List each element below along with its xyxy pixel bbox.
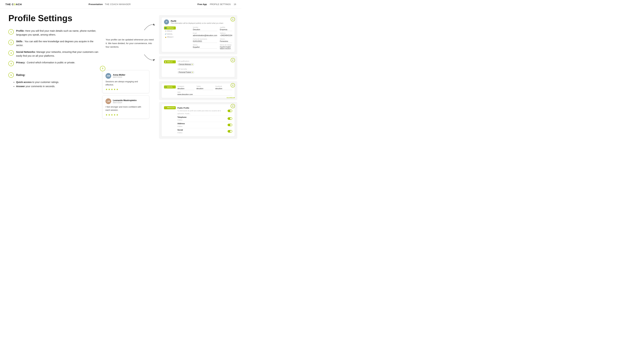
section-text-4: Privacy : Control which information is p…: [16, 61, 75, 64]
rating-section: 5 Rating: Quick access to your customer …: [8, 72, 99, 88]
stars-anna: ★ ★ ★ ★ ★: [106, 88, 146, 91]
page-number: 16: [234, 3, 236, 5]
profile-title-area: Perfil This information will be displaye…: [171, 20, 224, 24]
profile-panel: 1 P Perfil This information will be disp…: [159, 15, 237, 54]
field-fecha: Fecha de Nacimiento 01/01/2021: [193, 38, 217, 43]
skills-panel: 2 📋 SKILLS Add qualifications Cie: [159, 56, 237, 79]
page-title: Profile Settings: [8, 13, 99, 23]
rating-title: 5 Rating:: [8, 72, 99, 78]
section-item-1: 1 Profile: Here you will find your main …: [8, 29, 99, 36]
privacy-social-label: Social Público: [178, 129, 183, 134]
privacy-panel: 4 🔒 PRIVACITY: [159, 102, 237, 139]
svg-marker-0: [153, 23, 155, 25]
logo: THE COACH: [5, 3, 22, 6]
privacy-row-telephone: Telephone Público: [178, 115, 232, 122]
toggle-telephone[interactable]: [228, 117, 232, 120]
badge-1: 1: [8, 29, 14, 34]
profile-nav-privacy[interactable]: 🔒 PRIVACY: [164, 35, 176, 38]
privacy-public-profile-label: Public Profile Tu información de perfil …: [178, 107, 228, 115]
social-panel-badge: 3: [230, 83, 235, 87]
section-item-3: 3 Social Networks: Manage your networks,…: [8, 50, 99, 58]
privacy-nav-col: 🔒 PRIVACITY: [164, 106, 176, 134]
privacy-row-address: Address Público: [178, 122, 232, 128]
panels-col: 1 P Perfil This information will be disp…: [159, 15, 237, 139]
badge-2: 2: [8, 40, 14, 45]
rating-card-anna: AM Anna Müller 06/07/2024 Sessions are a…: [102, 70, 149, 93]
left-content: Profile Settings 1 Profile: Here you wil…: [8, 13, 102, 139]
review-text-anna: Sessions are always engaging and effecti…: [106, 80, 146, 86]
profile-fields: Nombre Desution Apellido Empresa Email a…: [193, 26, 232, 50]
field-email: Email administration@desution.com: [193, 32, 217, 37]
middle-col: Your profile can be updated whenever you…: [102, 15, 156, 139]
privacy-content: Public Profile Tu información de perfil …: [178, 106, 232, 134]
app-name: THE COACH MANAGER: [105, 3, 131, 5]
specialty-tag: Personal Trainer ✕: [178, 71, 194, 74]
profile-nav-skills[interactable]: 📋 SKILLS: [164, 29, 176, 32]
badge-5-left: 5: [8, 72, 14, 78]
field-genero: Género Femenino: [220, 38, 232, 43]
specialty-label: Add Speciality: [178, 68, 232, 70]
guardar-button[interactable]: GUARDAR: [226, 97, 235, 98]
profile-panel-layout: 👤 PROFILE 📋 SKILLS 🔗 SOCIAL: [164, 26, 232, 50]
social-nav-col: 🔗 SOCIAL: [164, 85, 176, 96]
social-panel-inner: 🔗 SOCIAL Instagram desution: [162, 83, 234, 98]
skills-panel-layout: 📋 SKILLS Add qualifications Ciencia Moto…: [164, 60, 232, 75]
arrow-up-section: [102, 22, 156, 32]
page-header: THE COACH Presentation THE COACH MANAGER…: [0, 0, 242, 9]
privacy-row-public-profile: Public Profile Tu información de perfil …: [178, 106, 232, 115]
profile-nav-profile[interactable]: 👤 PROFILE: [164, 26, 176, 29]
field-twitter: Twitter desution: [196, 85, 213, 90]
card-header-anna: AM Anna Müller 06/07/2024: [106, 73, 146, 79]
badge-5-cards: 5: [100, 66, 105, 71]
skills-content-col: Add qualifications Ciencia Motoras ✕ Add…: [178, 60, 232, 75]
stars-leonardo: ★ ★ ★ ★ ★: [106, 113, 146, 116]
svg-marker-1: [153, 59, 155, 61]
profile-nav-social[interactable]: 🔗 SOCIAL: [164, 32, 176, 35]
field-facebook: Facebook desution: [215, 85, 232, 90]
review-text-leonardo: I feel stronger and more confident with …: [106, 105, 146, 112]
settings-label: PROFILE SETTINGS: [210, 3, 230, 5]
profile-panel-avatar: P: [164, 19, 169, 24]
rating-heading: Rating:: [16, 73, 25, 77]
privacy-panel-badge: 4: [230, 104, 235, 108]
main-content: Profile Settings 1 Profile: Here you wil…: [0, 9, 242, 142]
right-content: Your profile can be updated whenever you…: [102, 13, 236, 139]
social-panel: 3 🔗 SOCIAL Instagram: [159, 81, 237, 100]
rating-bullets: Quick access to your customer ratings. A…: [16, 80, 99, 88]
rating-bullet-2: Answer your comments in seconds.: [16, 84, 99, 88]
rating-card-leonardo: LM Leonardo Mastropietro 06/07/2024 I fe…: [102, 95, 149, 119]
privacy-nav-item[interactable]: 🔒 PRIVACITY: [164, 106, 176, 109]
avatar-leonardo: LM: [106, 98, 111, 104]
profile-panel-badge: 1: [230, 17, 235, 21]
arrow-up-icon: [142, 22, 156, 32]
presentation-label: Presentation: [88, 3, 103, 5]
section-item-4: 4 Privacy : Control which information is…: [8, 61, 99, 66]
badge-4: 4: [8, 61, 14, 66]
skills-panel-inner: 📋 SKILLS Add qualifications Ciencia Moto…: [162, 58, 234, 77]
arrow-down-section: [102, 53, 156, 66]
privacy-panel-inner: 🔒 PRIVACITY Public Profile Tu informació…: [162, 104, 234, 136]
social-nav-social[interactable]: 🔗 SOCIAL: [164, 85, 176, 88]
profile-nav-col: 👤 PROFILE 📋 SKILLS 🔗 SOCIAL: [164, 26, 176, 50]
skills-nav-col: 📋 SKILLS: [164, 60, 176, 75]
toggle-social[interactable]: [228, 130, 232, 133]
skills-panel-badge: 2: [230, 58, 235, 62]
header-center: Presentation THE COACH MANAGER: [88, 3, 131, 5]
arrow-down-icon: [142, 53, 156, 63]
social-panel-layout: 🔗 SOCIAL Instagram desution: [164, 85, 232, 96]
field-web: Web www.desution.com: [178, 91, 232, 96]
profile-panel-inner: P Perfil This information will be displa…: [162, 17, 234, 52]
section-text-1: Profile: Here you will find your main de…: [16, 29, 99, 36]
privacy-panel-layout: 🔒 PRIVACITY Public Profile Tu informació…: [164, 106, 232, 134]
privacy-telephone-label: Telephone Público: [178, 116, 186, 121]
avatar-anna: AM: [106, 73, 111, 79]
reviewer-info-anna: Anna Müller 06/07/2024: [113, 73, 125, 78]
section-text-3: Social Networks: Manage your networks, e…: [16, 50, 99, 58]
field-instagram: Instagram desution: [178, 85, 194, 90]
toggle-address[interactable]: [228, 124, 232, 126]
toggle-public-profile[interactable]: [228, 110, 232, 112]
reviewer-info-leonardo: Leonardo Mastropietro 06/07/2024: [113, 99, 137, 104]
privacy-row-social: Social Público: [178, 128, 232, 134]
skills-nav-skills[interactable]: 📋 SKILLS: [164, 60, 176, 63]
field-idioma: Idioma Español: [193, 44, 217, 50]
